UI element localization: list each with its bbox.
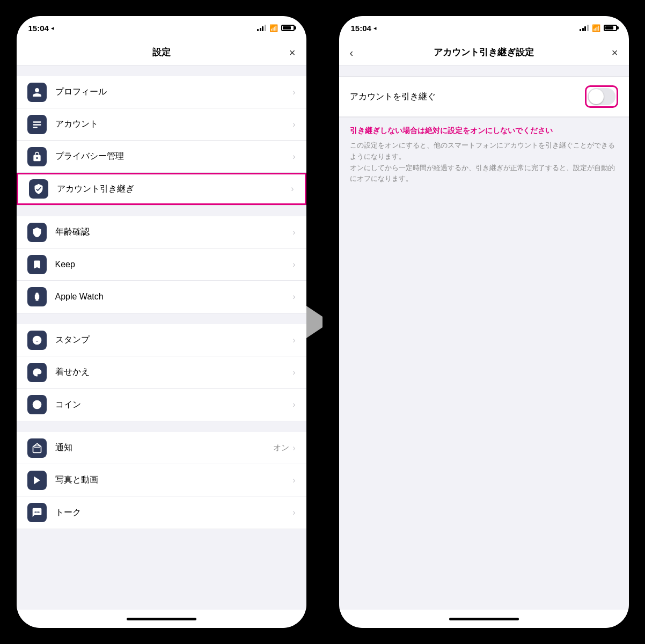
svg-point-15 — [38, 511, 40, 513]
svg-text:L: L — [35, 402, 39, 407]
settings-row-photos[interactable]: 写真と動画 › — [17, 464, 306, 496]
theme-chevron: › — [292, 368, 295, 377]
photos-icon — [27, 471, 47, 490]
settings-row-account[interactable]: アカウント › — [17, 108, 306, 141]
privacy-chevron: › — [292, 152, 295, 162]
apple-watch-icon — [27, 287, 47, 306]
coin-icon: L — [27, 395, 47, 414]
settings-section-2: 年齢確認 › Keep › Apple Watch — [17, 216, 306, 313]
warning-text: 引き継ぎしない場合は絶対に設定をオンにしないでください — [339, 118, 629, 140]
talk-chevron: › — [292, 508, 295, 517]
toggle-section: アカウントを引き継ぐ — [339, 76, 629, 118]
toggle-label: アカウントを引き継ぐ — [350, 91, 436, 103]
right-battery-icon — [604, 25, 617, 31]
settings-row-age[interactable]: 年齢確認 › — [17, 216, 306, 248]
svg-point-13 — [34, 511, 35, 513]
transfer-icon — [29, 179, 48, 199]
toggle-highlight — [585, 85, 618, 108]
photos-label: 写真と動画 — [55, 474, 293, 486]
left-phone: 15:04 ◂ 📶 設定 × — [0, 0, 322, 644]
keep-label: Keep — [55, 260, 293, 269]
transfer-chevron: › — [291, 184, 294, 194]
svg-rect-0 — [33, 121, 41, 123]
settings-section-1: プロフィール › アカウント › プライバシー管理 — [17, 76, 306, 206]
settings-row-stamp[interactable]: スタンプ › — [17, 324, 306, 356]
notify-chevron: › — [292, 443, 295, 453]
left-header-title: 設定 — [152, 46, 171, 58]
keep-icon — [27, 255, 47, 274]
stamp-icon — [27, 331, 47, 350]
right-page-header: ‹ アカウント引き継ぎ設定 × — [339, 40, 629, 65]
profile-label: プロフィール — [55, 86, 293, 98]
right-time: 15:04 — [351, 24, 371, 33]
left-time: 15:04 — [28, 24, 49, 33]
notify-icon — [27, 438, 47, 458]
account-toggle[interactable] — [588, 88, 615, 105]
svg-rect-5 — [35, 299, 38, 301]
settings-section-3: スタンプ › 着せかえ › L コイン › — [17, 324, 306, 421]
wifi-icon: 📶 — [269, 24, 278, 32]
talk-icon — [27, 503, 47, 522]
left-status-bar: 15:04 ◂ 📶 — [17, 16, 306, 40]
right-nav-arrow: ◂ — [373, 25, 377, 32]
settings-row-talk[interactable]: トーク › — [17, 496, 306, 529]
svg-rect-4 — [35, 293, 38, 295]
account-toggle-row: アカウントを引き継ぐ — [339, 77, 629, 117]
svg-point-7 — [35, 339, 36, 340]
profile-chevron: › — [292, 87, 295, 97]
stamp-label: スタンプ — [55, 334, 293, 346]
back-button[interactable]: ‹ — [350, 47, 354, 58]
privacy-icon — [27, 147, 47, 166]
apple-watch-chevron: › — [292, 292, 295, 302]
theme-label: 着せかえ — [55, 367, 293, 378]
svg-rect-1 — [33, 124, 41, 126]
right-status-icons: 📶 — [580, 24, 617, 32]
notify-value: オン — [273, 443, 289, 453]
svg-point-14 — [36, 511, 38, 513]
talk-label: トーク — [55, 507, 293, 518]
svg-rect-3 — [34, 294, 39, 299]
right-content: アカウントを引き継ぐ 引き継ぎしない場合は絶対に設定をオンにしないでください こ… — [339, 65, 629, 610]
right-screen: 15:04 ◂ 📶 ‹ アカウント引き継ぎ設定 × — [339, 16, 629, 628]
right-close-button[interactable]: × — [612, 47, 618, 58]
age-icon — [27, 223, 47, 242]
left-nav-arrow: ◂ — [51, 25, 54, 32]
theme-icon — [27, 363, 47, 382]
right-status-bar: 15:04 ◂ 📶 — [339, 16, 629, 40]
left-content: プロフィール › アカウント › プライバシー管理 — [17, 65, 306, 610]
settings-row-privacy[interactable]: プライバシー管理 › — [17, 141, 306, 173]
settings-row-coin[interactable]: L コイン › — [17, 389, 306, 421]
settings-row-apple-watch[interactable]: Apple Watch › — [17, 281, 306, 313]
right-wifi-icon: 📶 — [592, 24, 600, 32]
settings-row-profile[interactable]: プロフィール › — [17, 76, 306, 108]
right-header-title: アカウント引き継ぎ設定 — [434, 46, 534, 58]
account-label: アカウント — [55, 119, 293, 130]
right-signal-icon — [580, 25, 589, 31]
profile-icon — [27, 83, 47, 102]
coin-chevron: › — [292, 400, 295, 409]
age-chevron: › — [292, 228, 295, 237]
right-phone: 15:04 ◂ 📶 ‹ アカウント引き継ぎ設定 × — [322, 0, 645, 644]
settings-row-theme[interactable]: 着せかえ › — [17, 356, 306, 389]
settings-row-keep[interactable]: Keep › — [17, 248, 306, 281]
account-chevron: › — [292, 120, 295, 129]
right-home-indicator — [339, 610, 629, 628]
description-text: この設定をオンにすると、他のスマートフォンにアカウントを引き継ぐことができるよう… — [339, 140, 629, 195]
privacy-label: プライバシー管理 — [55, 151, 293, 162]
account-icon — [27, 115, 47, 134]
signal-icon — [257, 25, 266, 31]
settings-row-transfer[interactable]: アカウント引き継ぎ › — [17, 173, 306, 205]
left-page-header: 設定 × — [17, 40, 306, 65]
svg-rect-2 — [33, 127, 37, 128]
transfer-label: アカウント引き継ぎ — [57, 184, 291, 195]
age-label: 年齢確認 — [55, 226, 293, 238]
settings-section-4: 通知 オン › 写真と動画 › トーク — [17, 432, 306, 529]
coin-label: コイン — [55, 399, 293, 411]
keep-chevron: › — [292, 260, 295, 269]
settings-row-notify[interactable]: 通知 オン › — [17, 432, 306, 464]
left-close-button[interactable]: × — [289, 47, 296, 58]
photos-chevron: › — [292, 475, 295, 485]
notify-label: 通知 — [55, 442, 274, 453]
left-status-icons: 📶 — [257, 24, 295, 32]
left-home-indicator — [17, 610, 306, 628]
